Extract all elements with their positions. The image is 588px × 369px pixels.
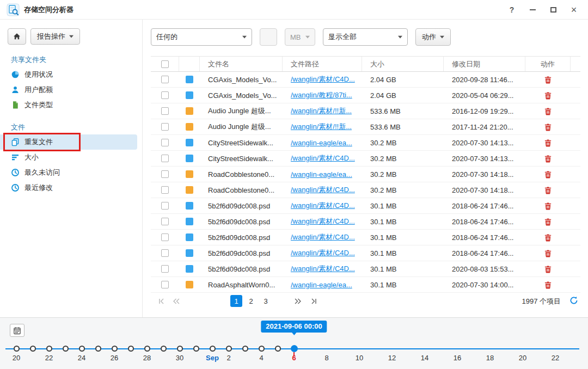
timeline-dot[interactable]: [259, 346, 265, 352]
size-unit-select[interactable]: MB: [285, 28, 315, 46]
sidebar-item[interactable]: 最近修改: [0, 180, 137, 195]
pagination-prev-button[interactable]: [170, 294, 183, 308]
column-header-modified[interactable]: 修改日期: [444, 57, 525, 71]
file-type-thumb-icon: [186, 249, 193, 257]
row-checkbox[interactable]: [161, 249, 169, 257]
file-path-link[interactable]: /wanglin/素材/C4D...: [291, 264, 355, 274]
next-page-icon: [294, 298, 302, 305]
timeline-dot[interactable]: [226, 346, 232, 352]
row-checkbox[interactable]: [161, 202, 169, 210]
delete-button[interactable]: [543, 169, 553, 180]
timeline-dot[interactable]: [14, 346, 20, 352]
delete-button[interactable]: [543, 248, 553, 259]
timeline-dot[interactable]: [46, 346, 52, 352]
row-checkbox[interactable]: [161, 123, 169, 131]
page-button[interactable]: 2: [245, 295, 257, 307]
delete-button[interactable]: [543, 280, 553, 290]
delete-button[interactable]: [543, 106, 553, 116]
file-path-link[interactable]: /wanglin/素材/C4D...: [291, 201, 355, 211]
file-path-link[interactable]: /wanglin/素材/!!新...: [291, 106, 352, 116]
delete-button[interactable]: [543, 153, 553, 164]
timeline-dot[interactable]: [242, 346, 248, 352]
pagination-last-button[interactable]: [307, 294, 320, 308]
file-path-link[interactable]: /wanglin-eagle/ea...: [291, 170, 352, 179]
timeline-dot[interactable]: [79, 346, 85, 352]
row-checkbox[interactable]: [161, 186, 169, 194]
sidebar-item[interactable]: 重复文件: [0, 134, 137, 150]
delete-button[interactable]: [543, 138, 553, 148]
timeline-dot[interactable]: [275, 346, 281, 352]
row-checkbox[interactable]: [161, 155, 169, 162]
minimize-button[interactable]: [527, 4, 538, 15]
file-path-link[interactable]: /wanglin/素材/C4D...: [291, 232, 355, 242]
action-button[interactable]: 动作: [415, 28, 451, 46]
sidebar-item[interactable]: 大小: [0, 150, 137, 165]
maximize-button[interactable]: [548, 4, 559, 15]
delete-button[interactable]: [543, 201, 553, 211]
column-header-size[interactable]: 大小: [362, 57, 444, 71]
timeline-dot[interactable]: [144, 346, 150, 352]
page-button[interactable]: 1: [230, 295, 242, 307]
timeline-dot[interactable]: [177, 346, 183, 352]
file-path-link[interactable]: /wanglin/素材/C4D...: [291, 153, 355, 163]
size-icon: [11, 153, 20, 162]
close-button[interactable]: ×: [568, 4, 579, 15]
show-filter-select[interactable]: 显示全部: [323, 28, 408, 46]
file-path-link[interactable]: /wanglin/素材/C4D...: [291, 217, 355, 226]
timeline-dot[interactable]: [95, 346, 101, 352]
select-all-checkbox[interactable]: [161, 60, 169, 68]
delete-button[interactable]: [543, 90, 553, 101]
file-type-filter-value: 任何的: [156, 32, 177, 42]
home-button[interactable]: [8, 28, 26, 45]
row-checkbox[interactable]: [161, 107, 169, 115]
timeline-dot[interactable]: [291, 345, 298, 352]
delete-button[interactable]: [543, 75, 553, 85]
delete-button[interactable]: [543, 264, 553, 274]
delete-button[interactable]: [543, 122, 553, 132]
timeline-dot[interactable]: [210, 346, 216, 352]
row-checkbox[interactable]: [161, 265, 169, 273]
file-path-link[interactable]: /wanglin/素材/C4D...: [291, 75, 355, 84]
file-type-filter-select[interactable]: 任何的: [151, 28, 252, 46]
row-checkbox[interactable]: [161, 281, 169, 288]
delete-button[interactable]: [543, 217, 553, 227]
delete-button[interactable]: [543, 232, 553, 243]
file-modified-cell: 2020-07-30 14:18...: [444, 167, 525, 182]
timeline-dot[interactable]: [128, 346, 134, 352]
file-path-link[interactable]: /wanglin/素材/C4D...: [291, 248, 355, 258]
file-path-link[interactable]: /wanglin-eagle/ea...: [291, 281, 352, 289]
row-checkbox[interactable]: [161, 170, 169, 178]
delete-button[interactable]: [543, 185, 553, 195]
row-checkbox[interactable]: [161, 233, 169, 241]
timeline-dot[interactable]: [193, 346, 199, 352]
help-button[interactable]: ?: [506, 4, 517, 15]
row-checkbox[interactable]: [161, 139, 169, 146]
timeline-tick-label: 28: [143, 354, 151, 362]
timeline-dot[interactable]: [161, 346, 167, 352]
sidebar-item[interactable]: 最久未访问: [0, 165, 137, 180]
timeline-dot[interactable]: [112, 346, 118, 352]
pagination-first-button[interactable]: [155, 294, 168, 308]
page-button[interactable]: 3: [260, 295, 272, 307]
sidebar-item[interactable]: 用户配额: [0, 82, 137, 97]
row-checkbox[interactable]: [161, 91, 169, 99]
file-path-cell: /wanglin/素材/C4D...: [283, 214, 362, 229]
report-actions-button[interactable]: 报告操作: [30, 28, 80, 45]
refresh-button[interactable]: [568, 295, 579, 306]
column-header-path[interactable]: 文件路径: [283, 57, 362, 71]
timeline-dot[interactable]: [63, 346, 69, 352]
pagination-next-button[interactable]: [291, 294, 304, 308]
size-value-input[interactable]: [260, 28, 277, 46]
column-header-name[interactable]: 文件名: [200, 57, 283, 71]
chevron-down-icon: [440, 35, 444, 39]
file-path-link[interactable]: /wanglin/教程/87ti...: [291, 90, 352, 100]
row-checkbox[interactable]: [161, 218, 169, 225]
window-controls: ? ×: [506, 4, 579, 15]
file-path-link[interactable]: /wanglin/素材/!!新...: [291, 122, 352, 132]
sidebar-item[interactable]: 文件类型: [0, 97, 137, 113]
file-path-link[interactable]: /wanglin-eagle/ea...: [291, 139, 352, 147]
sidebar-item[interactable]: 使用状况: [0, 67, 137, 82]
timeline-dot[interactable]: [30, 346, 36, 352]
row-checkbox[interactable]: [161, 76, 169, 83]
file-path-link[interactable]: /wanglin/素材/C4D...: [291, 185, 355, 195]
